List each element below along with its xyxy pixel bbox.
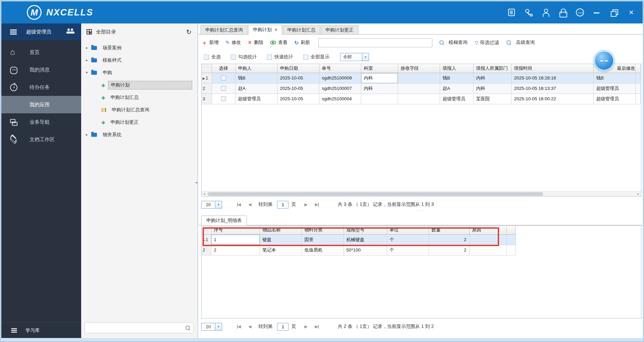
more-circle-icon[interactable] (576, 8, 584, 16)
sidebar-item-todo[interactable]: 待办任务 (1, 78, 81, 96)
last-page-button[interactable]: ▶ (315, 324, 319, 329)
chevron-down-icon[interactable]: ▾ (86, 70, 91, 75)
tab-purchase-plan-detail[interactable]: 申购计划_明细表 (201, 216, 247, 225)
chevron-right-icon[interactable]: ▸ (86, 46, 91, 50)
row-checkbox[interactable] (221, 86, 226, 91)
focused-cell[interactable]: 1 (211, 234, 260, 245)
checkbox-icon[interactable] (204, 55, 209, 60)
col-filler[interactable]: 填报人 (440, 64, 473, 73)
tree-node-purchase-plan-summary-query[interactable]: 申购计划汇总查询 (81, 104, 198, 116)
tab-purchase-plan-correction[interactable]: 申购计划更正 (321, 25, 359, 34)
search-icon[interactable] (185, 325, 191, 331)
tree-node-material-system[interactable]: ▸ 物资系统 (81, 128, 198, 141)
row-checkbox[interactable] (221, 75, 226, 80)
tree-node-template-styles[interactable]: ▸ 模板样式 (81, 54, 198, 66)
row-checkbox[interactable] (221, 96, 226, 101)
tab-purchase-plan-summary[interactable]: 申购计划汇总 (283, 25, 320, 34)
table-row[interactable]: 2 2 笔记本 低值易耗 50*100 个 2 (202, 245, 516, 255)
col-select[interactable]: 选择 (212, 64, 235, 73)
checkbox-icon[interactable] (231, 55, 236, 60)
checkbox-icon[interactable] (303, 55, 308, 60)
fuzzy-query-button[interactable]: 模糊查询 (439, 40, 468, 46)
tree-node-purchase-plan-summary[interactable]: ◈ 申购计划汇总 (81, 91, 198, 104)
prev-page-button[interactable]: ◀ (248, 202, 251, 207)
col-quantity[interactable]: 数量 (429, 226, 469, 234)
table-row[interactable]: ▶1 钱B 2025-10-05 sgdh25100009 内科 钱B 内科 2… (202, 73, 640, 83)
menu-icon[interactable] (10, 32, 17, 33)
delete-button[interactable]: ✕ 删除 (248, 40, 264, 46)
scrollbar-thumb[interactable] (208, 192, 543, 196)
focused-cell[interactable]: 内科 (361, 73, 398, 83)
close-tab-icon[interactable]: × (275, 27, 277, 32)
col-date[interactable]: 申购日期 (277, 64, 319, 73)
filter-button[interactable]: ▽ 筛选过滤 (475, 40, 499, 46)
tab-purchase-plan-summary-query[interactable]: 申购计划汇总查询 (201, 25, 248, 34)
scroll-left-icon[interactable]: ◂ (202, 192, 207, 195)
select-all-checkbox[interactable]: 全选 (204, 54, 221, 60)
col-reason[interactable]: 原因 (469, 226, 506, 234)
horizontal-scrollbar[interactable]: ◂ ▸ (202, 191, 641, 196)
tree-search-input[interactable] (85, 323, 185, 333)
col-spec-model[interactable]: 规格型号 (343, 226, 387, 234)
col-unit[interactable]: 单位 (387, 226, 429, 234)
minimize-icon[interactable] (593, 8, 601, 16)
refresh-tree-icon[interactable]: ↻ (186, 28, 192, 36)
table-row[interactable]: ▶1 1 键盘 固资 机械键盘 个 2 (202, 234, 516, 245)
col-item-name[interactable]: 物品名称 (260, 226, 302, 234)
restore-icon[interactable] (610, 8, 618, 16)
col-order-no[interactable]: 单号 (319, 64, 361, 73)
checkbox-icon[interactable] (267, 55, 272, 60)
refresh-button[interactable]: ↻ 刷新 (294, 40, 310, 46)
scroll-right-icon[interactable]: ▸ (636, 192, 641, 195)
col-filler-dept[interactable]: 填报人所属部门 (473, 64, 511, 73)
last-page-button[interactable]: ▶ (315, 202, 319, 207)
lock-icon[interactable] (559, 8, 567, 16)
show-all-checkbox[interactable]: 全部显示 (303, 54, 329, 60)
col-department[interactable]: 科室 (361, 64, 398, 73)
col-material-type[interactable]: 物料分类 (302, 226, 343, 234)
chevron-right-icon[interactable]: ▸ (86, 132, 91, 137)
advanced-query-button[interactable]: 高级查询 (506, 40, 535, 46)
first-page-button[interactable]: ◀ (237, 324, 241, 329)
chevron-down-icon[interactable]: ▼ (215, 201, 222, 209)
sidebar-item-doc-workspace[interactable]: 文档工作区 (1, 131, 81, 148)
chevron-right-icon[interactable]: ▸ (86, 58, 91, 62)
page-number-input[interactable] (277, 323, 288, 331)
add-button[interactable]: ＋ 新增 (202, 39, 219, 47)
tab-purchase-plan[interactable]: 申购计划 × (248, 25, 282, 35)
sidebar-item-business-nav[interactable]: 业务导航 (1, 113, 81, 131)
sidebar-item-messages[interactable]: 我的消息 (1, 61, 81, 78)
page-number-input[interactable] (277, 201, 288, 209)
sidebar-item-home[interactable]: ⌂ 首页 (1, 44, 81, 61)
splitter-handle[interactable]: ···· (198, 209, 643, 212)
switch-role-icon[interactable] (66, 28, 75, 35)
checked-stats-checkbox[interactable]: 勾选统计 (231, 54, 257, 60)
prev-page-button[interactable]: ◀ (248, 324, 251, 329)
tree-node-purchase-plan-correction[interactable]: ◈ 申购计划更正 (81, 116, 198, 128)
col-requester[interactable]: 申购人 (235, 64, 277, 73)
doc-list-icon[interactable] (508, 9, 515, 16)
next-page-button[interactable]: ▶ (304, 202, 307, 207)
page-size-select[interactable]: 20 ▼ (201, 201, 222, 209)
tree-node-purchase[interactable]: ▾ 申购 (81, 66, 198, 79)
col-seq[interactable]: 序号 (211, 226, 260, 234)
table-row[interactable]: 3 超级管理员 2025-10-05 sgdh25100004 超级管理员 某医… (202, 94, 640, 104)
sidebar-item-my-apps[interactable]: 我的应用 (1, 96, 81, 113)
sidebar-footer-learning[interactable]: 学习库 (1, 323, 81, 338)
col-fill-time[interactable]: 填报时间 (511, 64, 593, 73)
scope-select[interactable]: 全部 ▼ (340, 53, 369, 61)
next-page-button[interactable]: ▶ (304, 324, 307, 329)
page-size-select[interactable]: 20 ▼ (201, 323, 222, 331)
col-receive-field[interactable]: 接收字段 (398, 64, 440, 73)
tree-node-purchase-plan[interactable]: ◈ 申购计划 (81, 79, 198, 91)
first-page-button[interactable]: ◀ (237, 202, 241, 207)
panel-collapse-handle[interactable]: ◂ (195, 178, 198, 187)
user-switch-icon[interactable] (542, 8, 550, 16)
tree-node-scene-cases[interactable]: ▸ 场景案例 (81, 42, 198, 54)
view-button[interactable]: 查看 (270, 40, 287, 46)
edit-button[interactable]: ✎ 修改 (225, 40, 241, 46)
close-icon[interactable]: × (627, 8, 635, 16)
key-settings-icon[interactable] (525, 8, 533, 16)
chevron-down-icon[interactable]: ▼ (215, 323, 222, 331)
chevron-down-icon[interactable]: ▼ (362, 53, 369, 61)
